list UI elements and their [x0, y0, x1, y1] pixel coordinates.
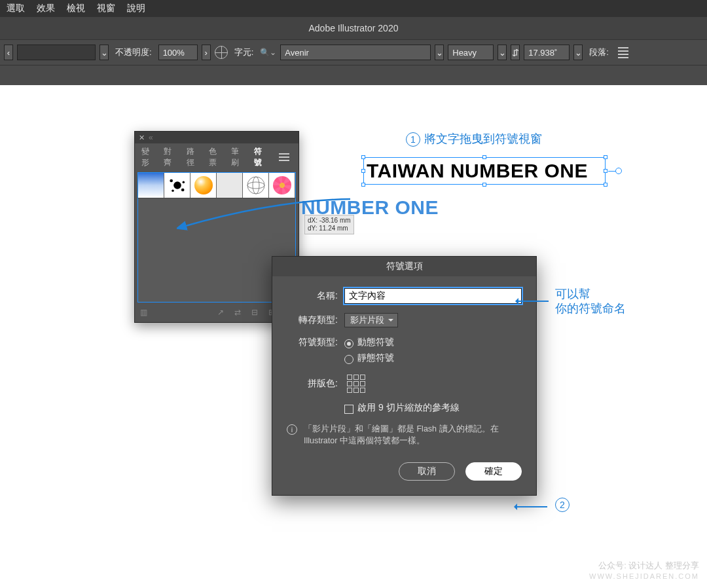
- symbol-dust[interactable]: [217, 173, 243, 198]
- menu-help[interactable]: 說明: [127, 3, 145, 14]
- toolbar-band: [0, 65, 707, 85]
- registration-label: 拼版色:: [287, 378, 338, 390]
- ok-button[interactable]: 確定: [465, 462, 522, 481]
- tab-brushes[interactable]: 筆刷: [231, 146, 245, 168]
- export-type-label: 轉存類型:: [287, 314, 338, 326]
- search-icon: 🔍⌄: [260, 48, 276, 57]
- app-title-bar: Adobe Illustrator 2020: [0, 17, 707, 39]
- svg-point-2: [182, 181, 185, 184]
- symbol-type-label: 符號類型:: [287, 337, 338, 348]
- info-text: 「影片片段」和「繪圖」都是 Flash 讀入的標記。在 Illustrator …: [304, 423, 522, 447]
- svg-point-0: [173, 181, 181, 189]
- text-out-port-icon[interactable]: [615, 168, 622, 174]
- symbol-options-icon[interactable]: ⊟: [251, 308, 258, 317]
- menu-window[interactable]: 視窗: [97, 3, 115, 14]
- opacity-value[interactable]: 100%: [158, 45, 198, 60]
- step2-badge: 2: [555, 498, 570, 512]
- registration-grid[interactable]: [347, 375, 365, 393]
- symbol-library-icon[interactable]: ▥: [140, 308, 147, 317]
- symbol-name-input[interactable]: [344, 288, 522, 304]
- menu-view[interactable]: 檢視: [67, 3, 85, 14]
- panel-tabs: 變形 對齊 路徑 色票 筆刷 符號: [135, 143, 299, 170]
- break-link-icon[interactable]: ⇄: [234, 308, 241, 317]
- symbol-wireframe-sphere[interactable]: [243, 173, 269, 198]
- nine-slice-label: 啟用 9 切片縮放的參考線: [357, 402, 460, 414]
- size-stepper-icon[interactable]: ⇵: [511, 45, 520, 60]
- name-label: 名稱:: [287, 290, 338, 302]
- drag-ghost-text: NUMBER ONE: [301, 196, 439, 219]
- svg-point-3: [172, 189, 174, 192]
- symbol-flower[interactable]: [269, 173, 295, 198]
- close-icon[interactable]: ✕: [139, 134, 145, 142]
- credit-line2: WWW.SHEJIDAREN.COM: [589, 571, 699, 581]
- static-symbol-label: 靜態符號: [357, 352, 394, 364]
- symbol-gradient[interactable]: [138, 173, 164, 198]
- menu-select[interactable]: 選取: [7, 3, 25, 14]
- app-title: Adobe Illustrator 2020: [309, 23, 399, 33]
- opacity-label: 不透明度:: [115, 46, 152, 58]
- menu-bar: 選取 效果 檢視 視窗 說明: [0, 0, 707, 17]
- static-symbol-radio[interactable]: [344, 355, 354, 364]
- tab-path[interactable]: 路徑: [187, 146, 201, 168]
- swatch-dropdown-icon[interactable]: ⌄: [100, 45, 109, 60]
- symbol-options-dialog: 符號選項 名稱: 轉存類型: 影片片段 符號類型: 動態符號 靜態符號 拼版色:…: [272, 256, 537, 496]
- paragraph-align-icon[interactable]: [615, 45, 631, 61]
- opacity-step-icon[interactable]: ›: [202, 45, 211, 60]
- artboard-text[interactable]: TAIWAN NUMBER ONE: [367, 160, 588, 182]
- panel-menu-icon[interactable]: [276, 151, 292, 164]
- annotation-name-arrow: [517, 301, 549, 302]
- menu-effect[interactable]: 效果: [37, 3, 55, 14]
- font-weight-select[interactable]: Heavy: [448, 45, 494, 60]
- symbol-orange-orb[interactable]: [190, 173, 217, 198]
- svg-point-4: [181, 189, 184, 192]
- svg-point-1: [170, 179, 173, 183]
- globe-icon[interactable]: [215, 46, 228, 59]
- symbol-ink-splat[interactable]: [164, 173, 190, 198]
- panel-titlebar[interactable]: ✕ «: [135, 132, 299, 143]
- annotation-step1: 1將文字拖曳到符號視窗: [406, 131, 542, 147]
- dynamic-symbol-radio[interactable]: [344, 339, 354, 348]
- svg-point-5: [247, 177, 264, 194]
- info-icon: i: [287, 424, 297, 435]
- options-bar: ‹ ⌄ 不透明度: 100% › 字元: 🔍⌄ Avenir ⌄ Heavy ⌄…: [0, 39, 707, 65]
- svg-point-6: [247, 182, 264, 189]
- annotation-step2: 2: [555, 498, 573, 512]
- chevron-left-icon[interactable]: ‹: [4, 45, 13, 60]
- font-size-value[interactable]: 17.938˚: [524, 45, 570, 60]
- measure-dy: dY: 11.24 mm: [308, 225, 351, 232]
- font-weight-dropdown-icon[interactable]: ⌄: [498, 45, 507, 60]
- symbol-thumbnails: [137, 172, 296, 198]
- tab-symbols[interactable]: 符號: [254, 146, 268, 168]
- svg-point-7: [253, 177, 259, 194]
- font-family-dropdown-icon[interactable]: ⌄: [435, 45, 444, 60]
- collapse-icon[interactable]: «: [149, 133, 153, 142]
- font-family-select[interactable]: Avenir: [280, 45, 431, 60]
- place-symbol-icon[interactable]: ↗: [217, 308, 224, 317]
- tab-transform[interactable]: 變形: [141, 146, 156, 168]
- annotation-name-hint: 可以幫 你的符號命名: [555, 287, 626, 316]
- dialog-title: 符號選項: [272, 257, 536, 276]
- dynamic-symbol-label: 動態符號: [357, 337, 394, 348]
- fill-swatch[interactable]: [17, 45, 96, 60]
- credit-line1: 公众号: 设计达人 整理分享: [589, 560, 699, 571]
- annotation-step2-arrow: [516, 506, 547, 507]
- step1-badge: 1: [406, 132, 420, 147]
- character-label: 字元:: [234, 46, 254, 58]
- font-size-dropdown-icon[interactable]: ⌄: [573, 45, 583, 60]
- paragraph-label: 段落:: [589, 46, 609, 58]
- nine-slice-checkbox[interactable]: [344, 405, 354, 414]
- credit: 公众号: 设计达人 整理分享 WWW.SHEJIDAREN.COM: [589, 560, 699, 581]
- tab-align[interactable]: 對齊: [164, 146, 178, 168]
- cancel-button[interactable]: 取消: [399, 462, 455, 481]
- tab-swatches[interactable]: 色票: [209, 146, 223, 168]
- export-type-select[interactable]: 影片片段: [344, 313, 398, 327]
